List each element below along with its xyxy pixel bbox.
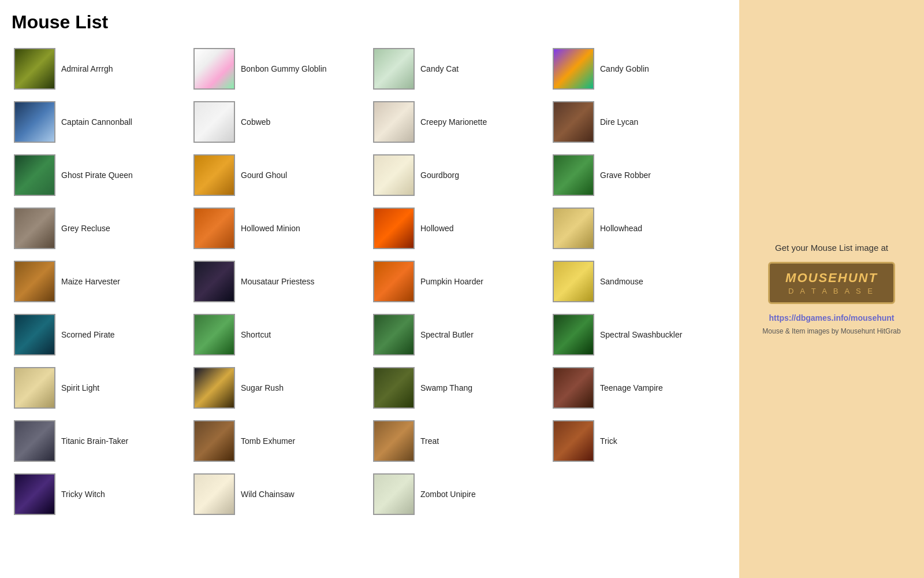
mouse-image-cobweb [193, 101, 235, 143]
mouse-entry-pumpkin[interactable]: Pumpkin Hoarder [371, 257, 548, 306]
mouse-entry-grave[interactable]: Grave Robber [550, 151, 728, 199]
db-logo-top: MOUSEHUNT [781, 271, 882, 286]
mouse-name-mousataur: Mousataur Priestess [241, 276, 315, 287]
mouse-entry-spectral-butler[interactable]: Spectral Butler [371, 310, 548, 359]
db-url[interactable]: https://dbgames.info/mousehunt [769, 313, 895, 323]
mouse-image-scorned [14, 314, 55, 355]
mouse-image-bonbon [193, 48, 235, 90]
mouse-image-hollowed-minion [193, 208, 235, 249]
mouse-entry-maize[interactable]: Maize Harvester [12, 257, 189, 306]
mouse-entry-gourd[interactable]: Gourd Ghoul [191, 151, 368, 199]
mouse-image-creepy [373, 101, 415, 143]
mouse-entry-spirit[interactable]: Spirit Light [12, 364, 189, 412]
page-title: Mouse List [12, 12, 728, 33]
mouse-image-titanic [14, 420, 55, 462]
mouse-name-grey: Grey Recluse [61, 223, 110, 234]
mouse-name-sand: Sandmouse [600, 276, 643, 287]
mouse-name-shortcut: Shortcut [241, 329, 271, 340]
mouse-name-hollowed: Hollowed [420, 223, 454, 234]
mouse-name-teenage: Teenage Vampire [600, 383, 663, 393]
mouse-image-captain [14, 101, 55, 143]
mouse-entry-hollowed[interactable]: Hollowed [371, 204, 548, 253]
mouse-image-shortcut [193, 314, 235, 355]
mouse-entry-shortcut[interactable]: Shortcut [191, 310, 368, 359]
mouse-name-trick: Trick [600, 436, 617, 446]
mouse-entry-cobweb[interactable]: Cobweb [191, 98, 368, 146]
mouse-name-tricky: Tricky Witch [61, 489, 105, 499]
mouse-entry-hollowed-minion[interactable]: Hollowed Minion [191, 204, 368, 253]
mouse-image-trick [553, 420, 594, 462]
mouse-name-spectral-swash: Spectral Swashbuckler [600, 329, 682, 340]
mouse-image-gourd [193, 154, 235, 196]
mouse-name-sugar: Sugar Rush [241, 383, 284, 393]
mouse-name-maize: Maize Harvester [61, 276, 120, 287]
mouse-entry-sand[interactable]: Sandmouse [550, 257, 728, 306]
mouse-entry-treat[interactable]: Treat [371, 417, 548, 465]
mouse-name-zombot: Zombot Unipire [420, 489, 476, 499]
mouse-entry-trick[interactable]: Trick [550, 417, 728, 465]
mouse-name-swamp: Swamp Thang [420, 383, 472, 393]
mouse-image-mousataur [193, 261, 235, 302]
mouse-entry-grey[interactable]: Grey Recluse [12, 204, 189, 253]
mouse-name-wild: Wild Chainsaw [241, 489, 295, 499]
mouse-image-wild [193, 473, 235, 515]
mouse-name-pumpkin: Pumpkin Hoarder [420, 276, 483, 287]
mouse-image-teenage [553, 367, 594, 409]
main-content: Mouse List Admiral ArrrghBonbon Gummy Gl… [0, 0, 739, 578]
db-logo-bottom: D A T A B A S E [781, 287, 882, 295]
mouse-image-grave [553, 154, 594, 196]
mouse-entry-tomb[interactable]: Tomb Exhumer [191, 417, 368, 465]
mouse-entry-candy-goblin[interactable]: Candy Goblin [550, 45, 728, 93]
mouse-entry-bonbon[interactable]: Bonbon Gummy Globlin [191, 45, 368, 93]
mouse-image-pumpkin [373, 261, 415, 302]
mouse-name-bonbon: Bonbon Gummy Globlin [241, 64, 327, 74]
mouse-name-cobweb: Cobweb [241, 117, 270, 127]
mouse-entry-ghost-pirate[interactable]: Ghost Pirate Queen [12, 151, 189, 199]
mouse-entry-zombot[interactable]: Zombot Unipire [371, 470, 548, 518]
mouse-entry-teenage[interactable]: Teenage Vampire [550, 364, 728, 412]
mouse-name-creepy: Creepy Marionette [420, 117, 487, 127]
mouse-entry-spectral-swash[interactable]: Spectral Swashbuckler [550, 310, 728, 359]
db-logo: MOUSEHUNT D A T A B A S E [768, 262, 895, 304]
mouse-name-candy-goblin: Candy Goblin [600, 64, 649, 74]
mouse-name-grave: Grave Robber [600, 170, 651, 180]
mouse-image-admiral [14, 48, 55, 90]
mouse-image-spirit [14, 367, 55, 409]
mouse-image-hollowed [373, 208, 415, 249]
mouse-name-candy-cat: Candy Cat [420, 64, 459, 74]
mouse-name-admiral: Admiral Arrrgh [61, 64, 113, 74]
mouse-name-tomb: Tomb Exhumer [241, 436, 295, 446]
mouse-entry-admiral[interactable]: Admiral Arrrgh [12, 45, 189, 93]
mouse-entry-hollowhead[interactable]: Hollowhead [550, 204, 728, 253]
mouse-entry-wild[interactable]: Wild Chainsaw [191, 470, 368, 518]
mouse-image-sugar [193, 367, 235, 409]
mouse-image-spectral-swash [553, 314, 594, 355]
mouse-entry-creepy[interactable]: Creepy Marionette [371, 98, 548, 146]
sidebar-promo-text: Get your Mouse List image at [775, 243, 888, 253]
mouse-name-spectral-butler: Spectral Butler [420, 329, 474, 340]
mouse-image-tricky [14, 473, 55, 515]
sidebar: Get your Mouse List image at MOUSEHUNT D… [739, 0, 924, 578]
mouse-image-dire [553, 101, 594, 143]
mouse-image-swamp [373, 367, 415, 409]
mouse-entry-dire[interactable]: Dire Lycan [550, 98, 728, 146]
db-credits: Mouse & Item images by Mousehunt HitGrab [762, 327, 900, 335]
mouse-entry-mousataur[interactable]: Mousataur Priestess [191, 257, 368, 306]
mouse-image-treat [373, 420, 415, 462]
mouse-name-hollowed-minion: Hollowed Minion [241, 223, 300, 234]
mouse-grid: Admiral ArrrghBonbon Gummy GloblinCandy … [12, 45, 728, 518]
mouse-entry-swamp[interactable]: Swamp Thang [371, 364, 548, 412]
mouse-image-spectral-butler [373, 314, 415, 355]
mouse-name-scorned: Scorned Pirate [61, 329, 115, 340]
mouse-entry-captain[interactable]: Captain Cannonball [12, 98, 189, 146]
mouse-name-captain: Captain Cannonball [61, 117, 132, 127]
mouse-name-ghost-pirate: Ghost Pirate Queen [61, 170, 133, 180]
mouse-entry-gourdborg[interactable]: Gourdborg [371, 151, 548, 199]
mouse-entry-candy-cat[interactable]: Candy Cat [371, 45, 548, 93]
mouse-image-ghost-pirate [14, 154, 55, 196]
mouse-entry-titanic[interactable]: Titanic Brain-Taker [12, 417, 189, 465]
mouse-name-dire: Dire Lycan [600, 117, 638, 127]
mouse-entry-tricky[interactable]: Tricky Witch [12, 470, 189, 518]
mouse-entry-sugar[interactable]: Sugar Rush [191, 364, 368, 412]
mouse-entry-scorned[interactable]: Scorned Pirate [12, 310, 189, 359]
